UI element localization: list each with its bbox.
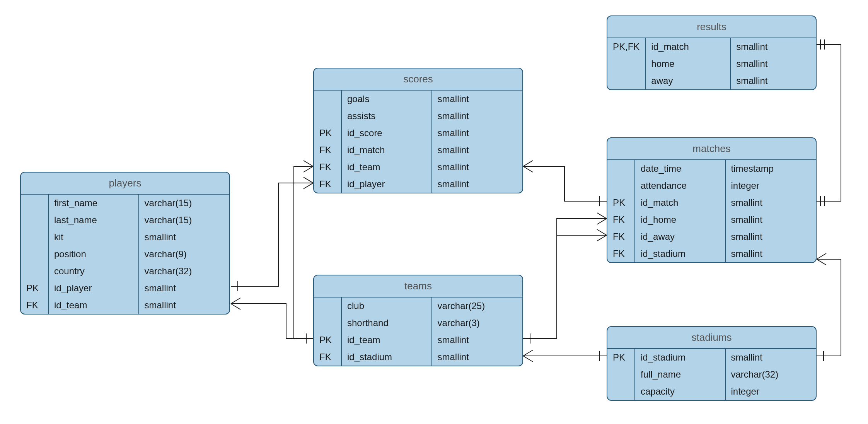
entity-body: PK FK club shorthand id_team id_stadium … (314, 297, 522, 366)
entity-title: scores (314, 68, 522, 91)
type-cell: smallint (726, 228, 816, 245)
name-cell: position (49, 246, 138, 263)
entity-body: PK id_stadium full_name capacity smallin… (607, 349, 816, 400)
type-column: smallint smallint smallint (731, 38, 816, 89)
name-cell: home (646, 55, 730, 72)
name-column: id_stadium full_name capacity (635, 349, 726, 400)
key-column: PK FK FK FK (607, 160, 635, 262)
type-cell: smallint (139, 229, 230, 246)
type-cell: smallint (731, 72, 816, 89)
name-cell: id_stadium (635, 349, 725, 366)
type-column: varchar(25) varchar(3) smallint smallint (432, 297, 523, 366)
name-cell: shorthand (342, 315, 431, 332)
key-cell: PK,FK (607, 38, 645, 55)
entity-title: results (607, 16, 816, 38)
entity-title: stadiums (607, 327, 816, 349)
name-cell: id_stadium (342, 349, 431, 366)
name-cell: goals (342, 91, 431, 108)
type-cell: varchar(32) (726, 366, 816, 383)
name-cell: club (342, 297, 431, 315)
entity-body: PK FK FK FK goals assists id_score id_ma… (314, 91, 522, 193)
name-cell: kit (49, 229, 138, 246)
key-cell (607, 383, 634, 400)
key-cell: PK (607, 349, 634, 366)
name-column: goals assists id_score id_match id_team … (342, 91, 432, 193)
type-column: varchar(15) varchar(15) smallint varchar… (139, 195, 230, 314)
name-cell: id_score (342, 125, 431, 142)
type-cell: varchar(15) (139, 212, 230, 229)
entity-title: teams (314, 275, 522, 297)
name-cell: assists (342, 108, 431, 125)
key-cell: PK (21, 280, 48, 297)
entity-players: players PK FK first_name last_name kit p… (20, 172, 230, 315)
entity-title: players (21, 173, 229, 195)
key-cell: PK (607, 194, 634, 211)
name-cell: id_home (635, 211, 725, 228)
type-cell: smallint (432, 108, 523, 125)
type-cell: smallint (726, 211, 816, 228)
key-cell (607, 72, 645, 89)
entity-body: PK FK FK FK date_time attendance id_matc… (607, 160, 816, 262)
type-cell: smallint (432, 176, 523, 193)
key-column: PK,FK (607, 38, 646, 89)
type-cell: varchar(3) (432, 315, 523, 332)
key-column: PK FK (21, 195, 49, 314)
key-column: PK FK FK FK (314, 91, 342, 193)
name-cell: attendance (635, 177, 725, 194)
name-cell: id_away (635, 228, 725, 245)
key-cell (607, 366, 634, 383)
entity-body: PK,FK id_match home away smallint smalli… (607, 38, 816, 89)
type-cell: smallint (731, 55, 816, 72)
key-cell: FK (607, 228, 634, 245)
name-cell: full_name (635, 366, 725, 383)
type-cell: smallint (432, 332, 523, 349)
name-column: date_time attendance id_match id_home id… (635, 160, 726, 262)
type-cell: timestamp (726, 160, 816, 177)
key-cell (21, 263, 48, 280)
name-cell: id_team (49, 297, 138, 314)
entity-title: matches (607, 138, 816, 160)
key-cell (21, 246, 48, 263)
entity-matches: matches PK FK FK FK date_time attendance… (607, 137, 817, 263)
type-cell: smallint (432, 349, 523, 366)
entity-teams: teams PK FK club shorthand id_team id_st… (313, 275, 523, 366)
type-cell: smallint (432, 159, 523, 176)
key-cell: FK (21, 297, 48, 314)
name-cell: date_time (635, 160, 725, 177)
name-cell: first_name (49, 195, 138, 212)
entity-body: PK FK first_name last_name kit position … (21, 195, 229, 314)
type-column: smallint smallint smallint smallint smal… (432, 91, 523, 193)
type-cell: smallint (731, 38, 816, 55)
key-column: PK FK (314, 297, 342, 366)
key-cell: FK (314, 349, 341, 366)
name-cell: id_team (342, 332, 431, 349)
type-cell: smallint (726, 245, 816, 262)
key-cell (21, 195, 48, 212)
key-cell (607, 55, 645, 72)
key-cell: FK (314, 176, 341, 193)
type-cell: integer (726, 177, 816, 194)
name-cell: id_match (646, 38, 730, 55)
name-cell: last_name (49, 212, 138, 229)
name-cell: id_team (342, 159, 431, 176)
type-cell: varchar(25) (432, 297, 523, 315)
entity-results: results PK,FK id_match home away smallin… (607, 15, 817, 90)
name-cell: country (49, 263, 138, 280)
type-cell: varchar(15) (139, 195, 230, 212)
name-cell: id_match (635, 194, 725, 211)
name-cell: capacity (635, 383, 725, 400)
key-cell (314, 297, 341, 315)
type-cell: smallint (432, 91, 523, 108)
name-column: id_match home away (646, 38, 731, 89)
type-column: smallint varchar(32) integer (726, 349, 816, 400)
name-cell: away (646, 72, 730, 89)
type-cell: varchar(9) (139, 246, 230, 263)
name-cell: id_player (342, 176, 431, 193)
name-cell: id_match (342, 142, 431, 159)
type-cell: smallint (726, 349, 816, 366)
name-cell: id_stadium (635, 245, 725, 262)
key-cell: FK (314, 142, 341, 159)
type-cell: smallint (432, 125, 523, 142)
key-cell (21, 212, 48, 229)
name-column: first_name last_name kit position countr… (49, 195, 139, 314)
